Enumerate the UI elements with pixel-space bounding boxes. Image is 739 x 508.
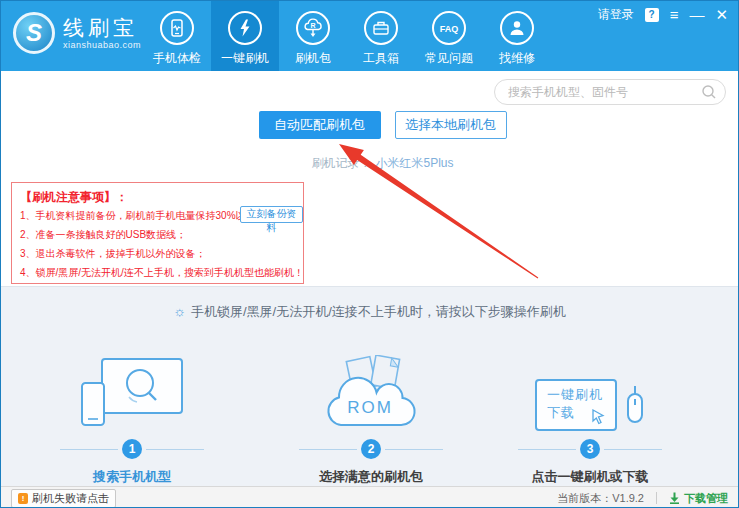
guide-title: ☼手机锁屏/黑屏/无法开机/连接不上手机时，请按以下步骤操作刷机 [1, 303, 738, 321]
step-number-row: 3 [518, 439, 662, 459]
notice-title: 【刷机注意事项】： [20, 188, 295, 206]
app-window: S 线刷宝 xianshuabao.com 手机体检 一键刷机 [0, 0, 739, 508]
titlebar-controls: 请登录 ? ≡ — ✕ [598, 6, 728, 23]
download-manager-button[interactable]: 下载管理 [669, 491, 728, 506]
notice-line: 2、准备一条接触良好的USB数据线； [20, 225, 295, 244]
one-key-flash-download-icon: 一键刷机 下载 [535, 355, 645, 431]
tab-label: 一键刷机 [221, 50, 269, 67]
svg-text:R: R [310, 22, 315, 29]
status-bar: ! 刷机失败请点击 当前版本：V1.9.2 下载管理 [1, 486, 738, 508]
step-number-row: 2 [299, 439, 443, 459]
flash-record-label: 刷机记录： [311, 155, 371, 172]
tab-faq[interactable]: FAQ 常见问题 [415, 1, 483, 71]
auto-match-rom-button[interactable]: 自动匹配刷机包 [259, 111, 381, 139]
guide-section: ☼手机锁屏/黑屏/无法开机/连接不上手机时，请按以下步骤操作刷机 1 [1, 286, 738, 486]
rom-package-icon: ROM [315, 355, 427, 431]
action-buttons: 自动匹配刷机包 选择本地刷机包 [14, 111, 739, 139]
app-logo: S 线刷宝 xianshuabao.com [13, 12, 141, 54]
phone-checkup-icon [160, 11, 194, 45]
flash-notice-box: 【刷机注意事项】： 1、手机资料提前备份，刷机前手机电量保持30%以上； 2、准… [11, 182, 304, 284]
cursor-icon [591, 409, 607, 425]
faq-icon: FAQ [432, 11, 466, 45]
step-title: 搜索手机机型 [93, 468, 171, 486]
tab-label: 找维修 [499, 50, 535, 67]
app-subtitle: xianshuabao.com [63, 40, 141, 50]
select-local-rom-button[interactable]: 选择本地刷机包 [395, 111, 507, 139]
flash-record: 刷机记录： 小米红米5Plus [14, 155, 739, 172]
download-manager-label: 下载管理 [684, 491, 728, 506]
toolbox-icon [364, 11, 398, 45]
main-nav: 手机体检 一键刷机 R 刷机包 [143, 1, 551, 71]
login-link[interactable]: 请登录 [598, 6, 634, 23]
version-label: 当前版本：V1.9.2 [557, 491, 644, 506]
repair-person-icon [500, 11, 534, 45]
tab-phone-checkup[interactable]: 手机体检 [143, 1, 211, 71]
sun-icon: ☼ [173, 303, 186, 319]
backup-now-button[interactable]: 立刻备份资料 [240, 206, 303, 223]
notice-line: 4、锁屏/黑屏/无法开机/连不上手机，搜索到手机机型也能刷机！ [20, 263, 295, 282]
svg-text:ROM: ROM [347, 398, 393, 417]
step-title: 点击一键刷机或下载 [532, 468, 649, 486]
tab-one-key-flash[interactable]: 一键刷机 [211, 1, 279, 71]
tab-label: 工具箱 [363, 50, 399, 67]
statusbar-divider [656, 492, 657, 504]
step-number: 2 [361, 439, 381, 459]
step-number: 3 [580, 439, 600, 459]
notice-line: 3、退出杀毒软件，拔掉手机以外的设备； [20, 244, 295, 263]
logo-icon: S [13, 12, 55, 54]
search-model-icon [76, 355, 188, 431]
minimize-icon[interactable]: — [689, 8, 704, 22]
step-number: 1 [122, 439, 142, 459]
menu-icon[interactable]: ≡ [670, 8, 679, 22]
search-box [494, 79, 726, 105]
rom-cloud-icon: R [296, 11, 330, 45]
step-number-row: 1 [60, 439, 204, 459]
tab-rom-packages[interactable]: R 刷机包 [279, 1, 347, 71]
step-title: 选择满意的刷机包 [319, 468, 423, 486]
mouse-icon [625, 384, 645, 426]
app-title: 线刷宝 [63, 16, 141, 40]
tab-label: 刷机包 [295, 50, 331, 67]
flash-record-link[interactable]: 小米红米5Plus [375, 155, 453, 172]
help-icon[interactable]: ? [645, 8, 659, 22]
tab-label: 常见问题 [425, 50, 473, 67]
app-header: S 线刷宝 xianshuabao.com 手机体检 一键刷机 [1, 1, 738, 71]
download-icon [669, 492, 680, 504]
flash-icon-label-1: 一键刷机 [547, 386, 615, 404]
tab-toolbox[interactable]: 工具箱 [347, 1, 415, 71]
flash-failed-label: 刷机失败请点击 [32, 491, 109, 506]
tab-label: 手机体检 [153, 50, 201, 67]
search-input[interactable] [494, 79, 726, 105]
tab-find-repair[interactable]: 找维修 [483, 1, 551, 71]
lightning-icon [228, 11, 262, 45]
warning-icon: ! [18, 493, 28, 504]
close-icon[interactable]: ✕ [715, 8, 728, 22]
svg-text:FAQ: FAQ [440, 24, 459, 34]
flash-failed-button[interactable]: ! 刷机失败请点击 [11, 489, 116, 508]
search-icon[interactable] [701, 84, 717, 104]
